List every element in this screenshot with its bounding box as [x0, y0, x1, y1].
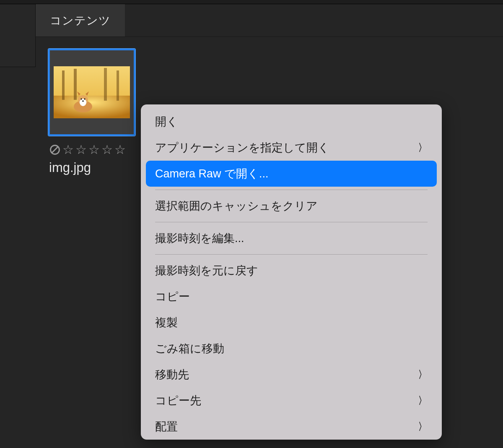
menu-item-label: 複製: [155, 315, 178, 330]
svg-point-9: [80, 98, 82, 99]
menu-item-label: 開く: [155, 114, 178, 129]
photo-placeholder-icon: [54, 66, 130, 118]
rating-star-3[interactable]: ☆: [88, 143, 100, 156]
menu-item[interactable]: ごみ箱に移動: [146, 336, 437, 362]
menu-item[interactable]: 複製: [146, 310, 437, 336]
tab-contents-label: コンテンツ: [50, 13, 111, 28]
svg-point-8: [80, 99, 86, 106]
chevron-right-icon: 〉: [418, 368, 426, 381]
menu-separator: [155, 190, 428, 190]
context-menu: 開くアプリケーションを指定して開く〉Camera Raw で開く...選択範囲の…: [141, 104, 442, 440]
menu-item-label: 撮影時刻を元に戻す: [155, 263, 258, 278]
svg-rect-5: [117, 70, 119, 101]
rating-star-1[interactable]: ☆: [62, 143, 74, 156]
menu-item[interactable]: アプリケーションを指定して開く〉: [146, 135, 437, 161]
svg-rect-2: [62, 70, 65, 100]
reject-icon[interactable]: [49, 144, 61, 156]
thumbnail-image: [54, 66, 130, 118]
menu-item[interactable]: Camera Raw で開く...: [146, 161, 437, 187]
title-bar-strip: [0, 0, 503, 4]
menu-separator: [155, 254, 428, 255]
svg-point-10: [84, 98, 85, 99]
svg-line-13: [52, 147, 58, 153]
thumbnail-selected[interactable]: [48, 49, 135, 136]
menu-item[interactable]: 撮影時刻を編集...: [146, 225, 437, 251]
menu-item-label: 移動先: [155, 367, 189, 382]
rating-star-4[interactable]: ☆: [101, 143, 113, 156]
tab-contents[interactable]: コンテンツ: [36, 4, 125, 36]
menu-item[interactable]: 撮影時刻を元に戻す: [146, 258, 437, 284]
left-rail-placeholder: [0, 4, 36, 67]
menu-item[interactable]: 開く: [146, 109, 437, 135]
menu-item-label: Camera Raw で開く...: [155, 166, 269, 181]
menu-item-label: 配置: [155, 419, 178, 434]
panel-tabbar: コンテンツ: [36, 4, 503, 37]
menu-item[interactable]: 移動先〉: [146, 362, 437, 388]
chevron-right-icon: 〉: [418, 394, 426, 407]
menu-item-label: ごみ箱に移動: [155, 341, 224, 356]
menu-item-label: コピー: [155, 289, 190, 304]
rating-star-2[interactable]: ☆: [75, 143, 87, 156]
menu-separator: [155, 222, 428, 222]
chevron-right-icon: 〉: [418, 141, 426, 154]
svg-point-11: [82, 101, 84, 102]
menu-item[interactable]: 選択範囲のキャッシュをクリア: [146, 193, 437, 219]
menu-item-label: 選択範囲のキャッシュをクリア: [155, 198, 318, 214]
menu-item-label: コピー先: [155, 393, 201, 408]
menu-item[interactable]: コピー: [146, 284, 437, 310]
rating-star-5[interactable]: ☆: [114, 143, 126, 156]
menu-item-label: アプリケーションを指定して開く: [155, 140, 329, 155]
chevron-right-icon: 〉: [418, 420, 426, 433]
menu-item[interactable]: コピー先〉: [146, 388, 437, 414]
svg-rect-4: [104, 68, 107, 101]
menu-item-label: 撮影時刻を編集...: [155, 231, 244, 246]
svg-rect-3: [74, 69, 77, 100]
menu-item[interactable]: 配置〉: [146, 414, 437, 440]
